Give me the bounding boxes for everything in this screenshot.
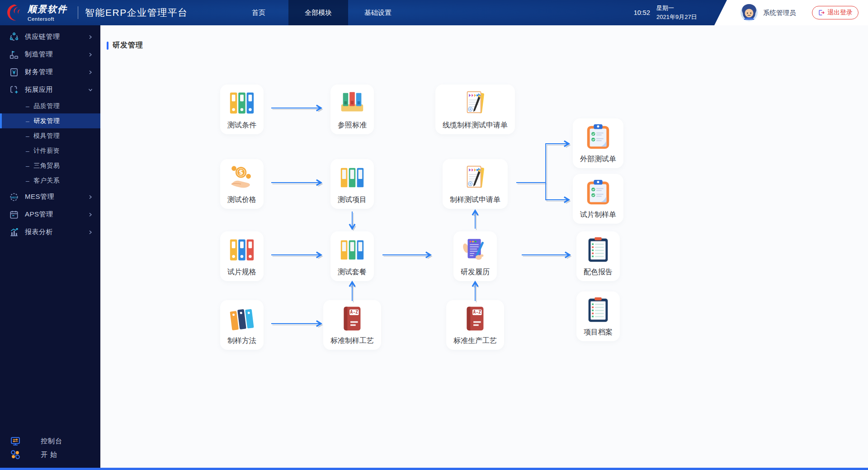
- sidebar-subitem-label: 品质管理: [33, 102, 60, 110]
- tab-home[interactable]: 首页: [229, 0, 288, 25]
- sidebar: 供应链管理制造管理财务管理拓展应用–品质管理–研发管理–模具管理–计件薪资–三角…: [0, 25, 100, 468]
- node-label: 测试项目: [338, 195, 367, 204]
- node-external-test-order[interactable]: 外部测试单: [573, 118, 623, 168]
- clipboard-check-icon: [584, 179, 612, 207]
- node-specimen-sample-order[interactable]: 试片制样单: [573, 174, 623, 224]
- clipboard-check-icon: [584, 123, 612, 151]
- rd-document-icon: [461, 236, 489, 264]
- request-form-icon: [461, 89, 489, 117]
- sidebar-footer: 控制台开 始: [0, 434, 100, 461]
- page-title-block: 研发管理: [107, 41, 143, 50]
- sidebar-subitem-rd[interactable]: –研发管理: [0, 113, 100, 128]
- subitem-dash: –: [26, 103, 29, 110]
- tab-all-modules[interactable]: 全部模块: [288, 0, 348, 25]
- node-specimen-spec[interactable]: 试片规格: [220, 231, 264, 281]
- sidebar-item-manufacturing[interactable]: 制造管理: [0, 46, 100, 63]
- svg-text:A-Z: A-Z: [350, 310, 359, 315]
- node-color-report[interactable]: 配色报告: [576, 231, 620, 281]
- sidebar-item-label: 拓展应用: [25, 85, 88, 94]
- node-reference-standard[interactable]: 参照标准: [330, 85, 374, 134]
- console-icon: [10, 436, 21, 446]
- supply-chain-icon: [9, 32, 19, 42]
- user-avatar[interactable]: [741, 4, 758, 21]
- sidebar-footer-console[interactable]: 控制台: [0, 434, 100, 448]
- logo-title: 顺景软件: [28, 3, 67, 15]
- sidebar-item-report[interactable]: 报表分析: [0, 223, 100, 241]
- logout-icon: [818, 9, 825, 16]
- node-label: 线缆制样测试申请单: [443, 121, 508, 130]
- node-standard-sample-process[interactable]: A-Z标准制样工艺: [323, 300, 381, 350]
- finance-icon: [9, 67, 19, 77]
- chevron-down-icon: [88, 87, 93, 93]
- sidebar-subitem-label: 客户关系: [33, 177, 60, 185]
- coins-hand-icon: $: [228, 164, 256, 192]
- clock-weekday: 星期一: [656, 4, 697, 13]
- svg-text:A-Z: A-Z: [473, 310, 481, 315]
- az-book-icon: A-Z: [338, 305, 366, 333]
- request-form-icon: [461, 164, 489, 192]
- clock-time: 10:52: [625, 0, 650, 25]
- main-content: 研发管理 测试条件参照标准线缆制样测试申请单$测试价格测试项目制样测试申请单外部…: [100, 25, 868, 468]
- svg-text:MES: MES: [11, 195, 17, 198]
- az-book-icon: A-Z: [461, 305, 489, 333]
- subitem-dash: –: [26, 132, 29, 140]
- aps-icon: [9, 210, 19, 220]
- sidebar-item-expansion[interactable]: 拓展应用: [0, 81, 100, 99]
- logout-button[interactable]: 退出登录: [812, 6, 859, 19]
- start-icon: [10, 449, 21, 460]
- sidebar-item-mes[interactable]: MESMES管理: [0, 188, 100, 206]
- node-test-condition[interactable]: 测试条件: [220, 85, 264, 134]
- logo-text: 顺景软件 Centersoft: [28, 3, 67, 22]
- node-test-price[interactable]: $测试价格: [220, 159, 264, 209]
- sidebar-item-label: 报表分析: [25, 228, 88, 236]
- node-label: 试片规格: [227, 268, 256, 277]
- node-label: 外部测试单: [580, 155, 616, 164]
- title-accent-bar: [107, 42, 108, 50]
- binders-flat-icon: [338, 164, 366, 192]
- sidebar-subitem-customer-relation[interactable]: –客户关系: [0, 173, 100, 188]
- node-label: 测试套餐: [338, 268, 367, 277]
- chevron-right-icon: [88, 212, 93, 217]
- bottom-accent-strip: [0, 468, 868, 470]
- node-rd-history[interactable]: 研发履历: [453, 231, 497, 281]
- node-label: 参照标准: [338, 121, 367, 130]
- sidebar-subitem-mold[interactable]: –模具管理: [0, 128, 100, 143]
- node-sample-test-request[interactable]: 制样测试申请单: [443, 159, 508, 209]
- sidebar-item-supply-chain[interactable]: 供应链管理: [0, 28, 100, 46]
- logo-subtitle: Centersoft: [28, 16, 67, 22]
- node-cable-sample-test-request[interactable]: 线缆制样测试申请单: [435, 85, 515, 134]
- node-standard-production-process[interactable]: A-Z标准生产工艺: [446, 300, 504, 350]
- sidebar-item-label: APS管理: [25, 210, 88, 219]
- sidebar-subitem-label: 三角贸易: [33, 162, 60, 170]
- sidebar-item-aps[interactable]: APS管理: [0, 206, 100, 223]
- logout-label: 退出登录: [827, 9, 853, 17]
- binders-rings-ybr-icon: [228, 236, 256, 264]
- sidebar-footer-start[interactable]: 开 始: [0, 448, 100, 461]
- sidebar-item-label: 制造管理: [25, 50, 88, 59]
- sidebar-subitem-triangle-trade[interactable]: –三角贸易: [0, 158, 100, 173]
- report-icon: [9, 227, 19, 237]
- node-label: 制样方法: [227, 336, 256, 345]
- chevron-right-icon: [88, 230, 93, 235]
- node-label: 标准生产工艺: [453, 336, 497, 345]
- tab-basic-settings[interactable]: 基础设置: [348, 0, 408, 25]
- clock-date-value: 2021年9月27日: [656, 13, 697, 22]
- subitem-dash: –: [26, 147, 29, 155]
- node-label: 标准制样工艺: [330, 336, 374, 345]
- node-label: 研发履历: [461, 268, 490, 277]
- node-sample-method[interactable]: 制样方法: [220, 300, 264, 350]
- binders-tilt-icon: [228, 305, 256, 333]
- binders-flat-icon: [338, 236, 366, 264]
- expansion-icon: [9, 85, 19, 95]
- node-label: 项目档案: [584, 328, 613, 337]
- sidebar-item-finance[interactable]: 财务管理: [0, 63, 100, 81]
- node-project-archive[interactable]: 项目档案: [576, 291, 620, 341]
- sidebar-subitem-piecework[interactable]: –计件薪资: [0, 143, 100, 158]
- manufacturing-icon: [9, 50, 19, 60]
- node-test-package[interactable]: 测试套餐: [330, 231, 374, 281]
- sidebar-subitem-quality[interactable]: –品质管理: [0, 99, 100, 113]
- subitem-dash: –: [26, 177, 29, 184]
- centersoft-logo-icon: [5, 3, 24, 23]
- node-test-item[interactable]: 测试项目: [330, 159, 374, 209]
- sidebar-subitem-label: 计件薪资: [33, 147, 60, 155]
